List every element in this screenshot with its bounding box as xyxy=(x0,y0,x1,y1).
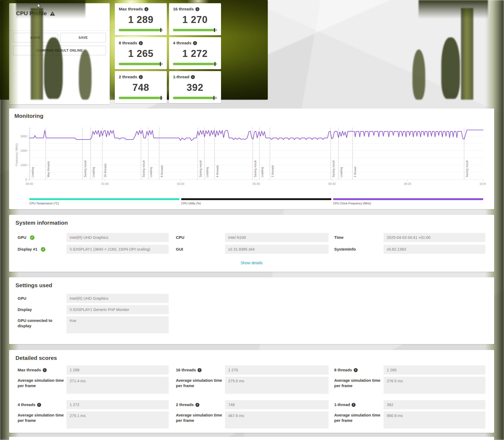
field-value: 1 272 xyxy=(66,400,169,409)
score-bar xyxy=(173,63,217,65)
score-label: 16 threadsi xyxy=(173,7,217,11)
info-icon[interactable]: i xyxy=(352,403,356,407)
score-label: 4 threadsi xyxy=(173,41,217,45)
svg-text:03:20: 03:20 xyxy=(177,182,184,185)
score-label: 8 threadsi xyxy=(119,41,163,45)
score-value: 748 xyxy=(119,82,163,93)
legend-color-bar xyxy=(181,198,331,200)
score-bar xyxy=(173,97,217,99)
legend-color-bar xyxy=(333,198,483,200)
score-value: 1 270 xyxy=(173,14,217,25)
score-value: 392 xyxy=(173,82,217,93)
detail-avg-sim-time: Average simulation time per frame 271.4 … xyxy=(18,377,169,394)
detail-2-threads: 2 threadsi 748 xyxy=(176,400,329,409)
score-card-16-threads: 16 threadsi 1 270 xyxy=(169,3,221,35)
info-icon[interactable]: i xyxy=(191,75,195,79)
field-value: v5.82.1363 xyxy=(384,245,485,254)
svg-text:00:00: 00:00 xyxy=(26,182,33,185)
field-display-1: Display #1✓ \\.\DISPLAY1 (3840 × 2160, 1… xyxy=(18,245,169,254)
field-gpu: GPU✓ Intel(R) UHD Graphics xyxy=(18,233,169,242)
detail-16-threads: 16 threadsi 1 270 xyxy=(176,365,329,375)
detail-4-threads: 4 threadsi 1 272 xyxy=(18,400,169,409)
score-card-max-threads: Max threadsi 1 289 xyxy=(115,3,167,35)
field-value: 275.5 ms xyxy=(225,377,329,394)
legend-item-cpu-utility[interactable]: CPU Utility (%) xyxy=(181,198,331,205)
score-card-4-threads: 4 threadsi 1 272 xyxy=(169,37,221,69)
svg-text:Loading: Loading xyxy=(92,167,95,177)
info-icon[interactable]: i xyxy=(195,7,199,11)
info-icon[interactable]: i xyxy=(139,41,143,45)
field-cpu: CPU Intel N100 xyxy=(176,233,329,242)
score-bar xyxy=(119,97,163,99)
field-value: \\.\DISPLAY1 Generic PnP Monitor xyxy=(66,305,169,314)
show-details-link[interactable]: Show details xyxy=(9,261,494,265)
legend-item-cpu-temperature[interactable]: CPU Temperature (°C) xyxy=(29,198,179,205)
info-icon[interactable]: i xyxy=(139,75,143,79)
system-information-title: System information xyxy=(15,220,68,226)
svg-text:4 threads: 4 threads xyxy=(216,165,219,177)
svg-text:Saving result: Saving result xyxy=(465,160,468,177)
svg-text:Loading: Loading xyxy=(261,167,264,177)
field-value: 1 289 xyxy=(66,365,169,375)
setting-gpu: GPU Intel(R) UHD Graphics xyxy=(18,294,169,303)
svg-text:2 threads: 2 threads xyxy=(271,165,274,177)
svg-text:Saving result: Saving result xyxy=(84,160,87,177)
frequency-chart: 010002000300000:0001:4003:2005:0006:4008… xyxy=(14,126,486,188)
field-value: \\.\DISPLAY1 (3840 × 2160, 150% DPI scal… xyxy=(66,245,169,254)
score-label: 1-threadi xyxy=(173,75,217,79)
check-icon: ✓ xyxy=(30,235,34,240)
field-value: 467.6 ms xyxy=(225,411,329,429)
field-value: 271.4 ms xyxy=(66,377,169,394)
field-value: 275.1 ms xyxy=(66,411,169,429)
score-value: 1 289 xyxy=(119,14,163,25)
score-card-2-threads: 2 threadsi 748 xyxy=(115,71,167,103)
check-icon: ✓ xyxy=(41,247,45,252)
field-value: Intel N100 xyxy=(225,233,329,242)
banner-art xyxy=(44,37,63,99)
info-icon[interactable]: i xyxy=(43,368,47,372)
score-value: 1 265 xyxy=(119,48,163,59)
banner-art xyxy=(79,49,92,100)
svg-text:8 threads: 8 threads xyxy=(160,165,163,177)
banner-art xyxy=(16,0,85,19)
svg-text:0: 0 xyxy=(25,178,27,181)
field-systeminfo: SystemInfo v5.82.1363 xyxy=(334,245,485,254)
svg-text:Frequency (MHz): Frequency (MHz) xyxy=(15,143,18,166)
detailed-scores-title: Detailed scores xyxy=(15,355,57,361)
score-bar xyxy=(119,63,163,65)
info-icon[interactable]: i xyxy=(354,368,358,372)
info-icon[interactable]: i xyxy=(198,368,202,372)
score-cards-grid: Max threadsi 1 289 16 threadsi 1 270 8 t… xyxy=(115,3,221,103)
svg-text:3000: 3000 xyxy=(21,135,27,138)
info-icon[interactable]: i xyxy=(144,7,148,11)
svg-text:Loading: Loading xyxy=(149,167,152,177)
divider xyxy=(9,30,110,31)
field-time: Time 2025-04-03 04:41 +01:00 xyxy=(334,233,485,242)
chart-legend: CPU Temperature (°C) CPU Utility (%) CPU… xyxy=(29,198,483,205)
score-card-1-thread: 1-threadi 392 xyxy=(169,71,221,103)
partial-next-card xyxy=(9,437,494,440)
field-value: 276.5 ms xyxy=(384,377,485,394)
legend-item-cpu-clock-frequency[interactable]: CPU Clock Frequency (MHz) xyxy=(333,198,483,205)
setting-display: Display \\.\DISPLAY1 Generic PnP Monitor xyxy=(18,305,169,314)
detail-max-threads: Max threadsi 1 289 xyxy=(18,365,169,375)
save-button[interactable]: SAVE xyxy=(60,33,106,42)
svg-text:1 thread: 1 thread xyxy=(353,167,357,177)
svg-text:10:00: 10:00 xyxy=(479,182,486,185)
field-gui: GUI v2.31.8385 s64 xyxy=(176,245,329,254)
detailed-scores-card: Detailed scores Max threadsi 1 289 Avera… xyxy=(9,350,494,433)
score-bar xyxy=(119,29,163,31)
field-value: true xyxy=(66,316,169,333)
score-card-8-threads: 8 threadsi 1 265 xyxy=(115,37,167,69)
info-icon[interactable]: i xyxy=(193,41,197,45)
info-icon[interactable]: i xyxy=(37,403,41,407)
svg-text:Saving result: Saving result xyxy=(199,160,202,177)
monitoring-card: Monitoring 010002000300000:0001:4003:200… xyxy=(9,108,494,209)
score-value: 1 272 xyxy=(173,48,217,59)
field-value: Intel(R) UHD Graphics xyxy=(66,233,169,242)
field-value: Intel(R) UHD Graphics xyxy=(66,294,169,303)
score-bar xyxy=(173,29,217,31)
detail-avg-sim-time: Average simulation time per frame 467.6 … xyxy=(176,411,329,429)
settings-used-card: Settings used GPU Intel(R) UHD Graphics … xyxy=(9,277,494,344)
info-icon[interactable]: i xyxy=(195,403,199,407)
